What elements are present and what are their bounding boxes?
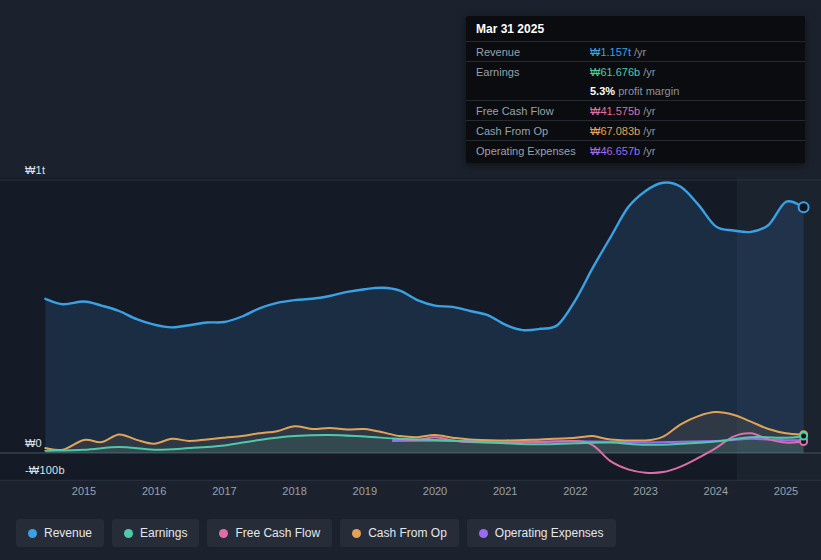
legend-item-revenue[interactable]: Revenue <box>16 519 104 547</box>
revenue-end-marker <box>799 202 809 212</box>
legend-item-label: Earnings <box>140 526 187 540</box>
tooltip-row-earnings: Earnings₩61.676b /yr <box>466 61 805 81</box>
data-tooltip: Mar 31 2025 Revenue₩1.157t /yrEarnings₩6… <box>466 16 805 163</box>
tooltip-row-value: ₩41.575b /yr <box>590 105 655 117</box>
earnings-end-marker <box>800 433 807 440</box>
tooltip-date: Mar 31 2025 <box>466 16 805 42</box>
y-axis-label--₩100b: -₩100b <box>25 464 65 476</box>
x-axis-label-2017: 2017 <box>212 485 236 497</box>
free-cash-flow-legend-dot-icon <box>219 529 228 538</box>
tooltip-row-label: Cash From Op <box>476 125 590 137</box>
x-axis-label-2022: 2022 <box>563 485 587 497</box>
cash-from-op-legend-dot-icon <box>352 529 361 538</box>
x-axis-label-2023: 2023 <box>633 485 657 497</box>
legend-item-label: Revenue <box>44 526 92 540</box>
legend-item-label: Cash From Op <box>368 526 447 540</box>
tooltip-row-cash-from-op: Cash From Op₩67.083b /yr <box>466 120 805 140</box>
operating-expenses-legend-dot-icon <box>479 529 488 538</box>
x-axis-label-2018: 2018 <box>282 485 306 497</box>
x-axis-label-2020: 2020 <box>423 485 447 497</box>
legend-item-operating-expenses[interactable]: Operating Expenses <box>467 519 616 547</box>
tooltip-row-label: Revenue <box>476 46 590 58</box>
x-axis-label-2024: 2024 <box>704 485 728 497</box>
tooltip-row-free-cash-flow: Free Cash Flow₩41.575b /yr <box>466 100 805 120</box>
tooltip-row-label: Operating Expenses <box>476 145 590 157</box>
legend-item-cash-from-op[interactable]: Cash From Op <box>340 519 459 547</box>
x-axis-label-2016: 2016 <box>142 485 166 497</box>
tooltip-row-label: Free Cash Flow <box>476 105 590 117</box>
tooltip-row-revenue: Revenue₩1.157t /yr <box>466 42 805 61</box>
tooltip-row-value: ₩1.157t /yr <box>590 46 646 58</box>
chart-legend: RevenueEarningsFree Cash FlowCash From O… <box>16 519 616 547</box>
x-axis-label-2025: 2025 <box>774 485 798 497</box>
tooltip-rows: Revenue₩1.157t /yrEarnings₩61.676b /yr5.… <box>466 42 805 160</box>
tooltip-row-profit-margin: 5.3% profit margin <box>466 81 805 100</box>
x-axis-label-2021: 2021 <box>493 485 517 497</box>
legend-item-label: Operating Expenses <box>495 526 604 540</box>
earnings-legend-dot-icon <box>124 529 133 538</box>
x-axis-label-2019: 2019 <box>353 485 377 497</box>
tooltip-row-value: 5.3% profit margin <box>590 85 679 97</box>
tooltip-row-label: Earnings <box>476 66 590 78</box>
legend-item-free-cash-flow[interactable]: Free Cash Flow <box>207 519 332 547</box>
tooltip-row-value: ₩61.676b /yr <box>590 66 655 78</box>
tooltip-row-value: ₩67.083b /yr <box>590 125 655 137</box>
y-axis-label-₩1t: ₩1t <box>25 164 45 176</box>
legend-item-earnings[interactable]: Earnings <box>112 519 199 547</box>
revenue-legend-dot-icon <box>28 529 37 538</box>
y-axis-label-₩0: ₩0 <box>25 437 42 449</box>
tooltip-row-operating-expenses: Operating Expenses₩46.657b /yr <box>466 140 805 160</box>
tooltip-row-value: ₩46.657b /yr <box>590 145 655 157</box>
stock-financials-chart-page: { "tooltip": { "date": "Mar 31 2025", "r… <box>0 0 821 560</box>
legend-item-label: Free Cash Flow <box>235 526 320 540</box>
x-axis-label-2015: 2015 <box>72 485 96 497</box>
